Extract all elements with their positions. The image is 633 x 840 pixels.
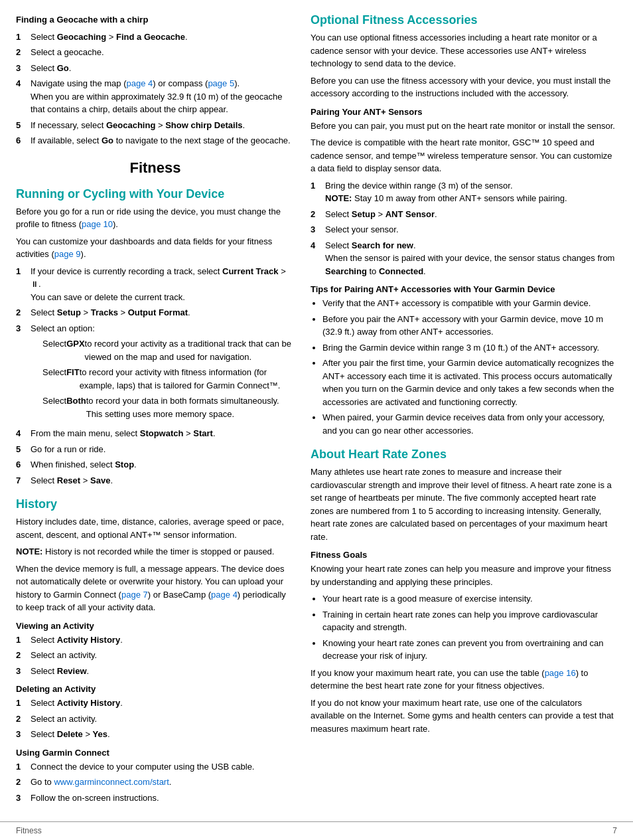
bold-text: Geocaching (57, 32, 106, 42)
note-label: NOTE: (16, 546, 42, 556)
heart-rate-para3: If you do not know your maximum heart ra… (311, 697, 617, 736)
pairing-para2: The device is compatible with the heart … (311, 136, 617, 175)
step-content: Select Search for new. When the sensor i… (325, 239, 617, 278)
bold-text: Activity History (57, 698, 120, 708)
step-content: Select Activity History. (31, 697, 295, 710)
step-content: When finished, select Stop. (31, 458, 295, 471)
step-content: Select your sensor. (325, 223, 617, 236)
page4-link2[interactable]: page 4 (211, 590, 238, 600)
step-num: 1 (16, 760, 28, 774)
pairing-steps: 1 Bring the device within range (3 m) of… (311, 179, 617, 278)
option-both: Select Both to record your data in both … (42, 394, 295, 420)
step-num: 7 (16, 474, 28, 487)
pairing-title: Pairing Your ANT+ Sensors (311, 107, 617, 117)
geocache-step-3: 3 Select Go. (16, 62, 295, 75)
step-num: 2 (311, 208, 322, 221)
step-num: 2 (16, 776, 28, 789)
step-num: 2 (16, 649, 28, 662)
page7-link[interactable]: page 7 (121, 590, 148, 600)
step-num: 6 (16, 458, 28, 471)
history-para2: When the device memory is full, a messag… (16, 562, 295, 614)
tip-2: Before you pair the ANT+ accessory with … (322, 313, 617, 339)
fitness-goals-para: Knowing your heart rate zones can help y… (311, 562, 617, 588)
step-content: Select an activity. (31, 649, 295, 662)
page10-link[interactable]: page 10 (82, 219, 113, 229)
option-fit: Select FIT to record your activity with … (42, 366, 295, 392)
step-content: Go for a run or ride. (31, 443, 295, 456)
bold-text: GPX (66, 337, 84, 363)
deleting-step-2: 2 Select an activity. (16, 713, 295, 726)
bold-text: Review (57, 666, 87, 676)
bold-text: Both (66, 394, 86, 420)
step-num: 2 (16, 46, 28, 59)
goal-3: Knowing your heart rate zones can preven… (322, 637, 617, 663)
history-note: NOTE: History is not recorded while the … (16, 545, 295, 558)
page4-link[interactable]: page 4 (127, 78, 153, 88)
bold-text: Setup (57, 307, 81, 317)
step-content: Select Delete > Yes. (31, 728, 295, 741)
step-num: 1 (16, 633, 28, 647)
bold-text: Search for new (352, 240, 413, 250)
step-content: Select Setup > Tracks > Output Format. (31, 306, 295, 319)
garmin-connect-title: Using Garmin Connect (16, 748, 295, 758)
bold-text: Stop (115, 460, 134, 469)
page5-link[interactable]: page 5 (208, 78, 234, 88)
pairing-step-1: 1 Bring the device within range (3 m) of… (311, 179, 617, 205)
geocache-title: Finding a Geocache with a chirp (16, 13, 295, 27)
step-num: 1 (16, 31, 28, 44)
geocache-step-6: 6 If available, select Go to navigate to… (16, 134, 295, 147)
fitness-goals-title: Fitness Goals (311, 550, 617, 560)
running-step-1: 1 If your device is currently recording … (16, 265, 295, 304)
bold-text: Yes (93, 729, 107, 739)
step-num: 1 (311, 179, 322, 205)
bold-text: Current Track (222, 266, 279, 276)
running-step-2: 2 Select Setup > Tracks > Output Format. (16, 306, 295, 319)
page16-link[interactable]: page 16 (545, 668, 576, 678)
options-list: Select GPX to record your activity as a … (42, 337, 295, 420)
step-content: Select an activity. (31, 713, 295, 726)
tips-title: Tips for Pairing ANT+ Accessories with Y… (311, 284, 617, 294)
tip-5: When paired, your Garmin device receives… (322, 411, 617, 437)
viewing-step-3: 3 Select Review. (16, 665, 295, 678)
garmin-step-3: 3 Follow the on-screen instructions. (16, 792, 295, 805)
garmin-connect-steps: 1 Connect the device to your computer us… (16, 760, 295, 805)
step-num: 5 (16, 119, 28, 132)
step-content: Select a geocache. (31, 46, 295, 59)
geocache-steps: 1 Select Geocaching > Find a Geocache. 2… (16, 31, 295, 147)
bold-text: Go (57, 63, 69, 73)
running-intro2: You can customize your dashboards and da… (16, 235, 295, 261)
step-content: If available, select Go to navigate to t… (31, 134, 295, 147)
bold-text: Find a Geocache (116, 32, 185, 42)
running-steps: 1 If your device is currently recording … (16, 265, 295, 487)
garmin-step-2: 2 Go to www.garminconnect.com/start. (16, 776, 295, 789)
step-content: From the main menu, select Stopwatch > S… (31, 427, 295, 440)
option-gpx: Select GPX to record your activity as a … (42, 337, 295, 363)
goal-2: Training in certain heart rate zones can… (322, 608, 617, 634)
tip-4: After you pair the first time, your Garm… (322, 357, 617, 408)
garmin-connect-link[interactable]: www.garminconnect.com/start (54, 777, 169, 787)
deleting-title: Deleting an Activity (16, 684, 295, 694)
geocache-step-2: 2 Select a geocache. (16, 46, 295, 59)
bold-text: Delete (57, 729, 83, 739)
page9-link[interactable]: page 9 (54, 249, 81, 259)
note-label: NOTE: (325, 193, 352, 203)
running-step-6: 6 When finished, select Stop. (16, 458, 295, 471)
tip-3: Bring the Garmin device within range 3 m… (322, 341, 617, 355)
step-num: 2 (16, 713, 28, 726)
goals-list: Your heart rate is a good measure of exe… (322, 592, 617, 663)
step-num: 3 (16, 665, 28, 678)
step-content: Follow the on-screen instructions. (31, 792, 295, 805)
fitness-heading: Fitness (16, 159, 295, 177)
running-step-5: 5 Go for a run or ride. (16, 443, 295, 456)
bold-text: Geocaching (106, 120, 155, 130)
geocache-step-5: 5 If necessary, select Geocaching > Show… (16, 119, 295, 132)
bold-text: Tracks (91, 307, 118, 317)
running-step-4: 4 From the main menu, select Stopwatch >… (16, 427, 295, 440)
footer-left: Fitness (16, 826, 42, 835)
pairing-para1: Before you can pair, you must put on the… (311, 120, 617, 133)
bold-text: Output Format (128, 307, 188, 317)
step-num: 2 (16, 306, 28, 319)
bold-text: Show chirp Details (165, 120, 242, 130)
footer-right: 7 (612, 826, 617, 835)
running-intro1: Before you go for a run or ride using th… (16, 205, 295, 231)
